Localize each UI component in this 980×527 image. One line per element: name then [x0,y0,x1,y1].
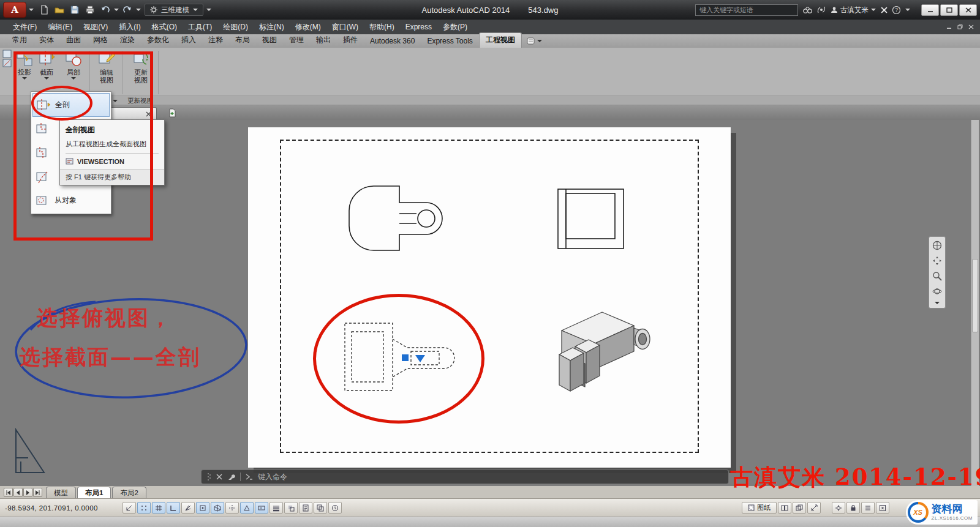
command-prompt-text[interactable]: 键入命令 [258,472,287,482]
undo-caret-icon[interactable] [114,9,119,11]
selection-cycling-toggle[interactable] [314,502,327,514]
new-file-button[interactable] [37,3,51,17]
previous-layout-button[interactable] [13,488,23,497]
menu-item-from-object[interactable]: 从对象 [32,189,110,212]
ribbon-tab-annotate[interactable]: 注释 [202,33,229,48]
menu-item-full-section[interactable]: 全剖 [32,93,110,117]
ribbon-tab-autodesk360[interactable]: Autodesk 360 [364,35,421,48]
panel-label-update-view[interactable]: 更新视图 [123,97,158,105]
projection-caret-icon[interactable] [22,77,27,80]
quick-view-layouts-button[interactable] [778,502,791,514]
polar-tracking-toggle[interactable] [181,502,195,514]
first-layout-button[interactable] [4,488,13,497]
file-tab-close-icon[interactable] [146,111,151,117]
menu-edit[interactable]: 编辑(E) [42,20,78,34]
exchange-apps-icon[interactable] [881,7,888,13]
plot-button[interactable] [83,3,97,17]
app-menu-caret-icon[interactable] [29,9,34,11]
tab-layout1[interactable]: 布局1 [77,487,111,498]
menu-insert[interactable]: 插入(I) [113,20,146,34]
ribbon-tab-solid[interactable]: 实体 [33,33,60,48]
side-view-drawing[interactable] [557,189,625,250]
doc-restore-icon[interactable] [957,24,963,29]
quick-view-drawings-button[interactable] [793,502,806,514]
menu-help[interactable]: 帮助(H) [364,20,400,34]
menu-express[interactable]: Express [400,21,437,33]
grid-toggle[interactable] [152,502,165,514]
ribbon-tab-render[interactable]: 渲染 [114,33,141,48]
open-file-button[interactable] [53,3,66,17]
next-layout-button[interactable] [23,488,32,497]
help-caret-icon[interactable] [905,9,910,11]
dynamic-ucs-toggle[interactable] [240,502,254,514]
new-drawing-button[interactable] [168,108,177,120]
menu-modify[interactable]: 修改(M) [290,20,326,34]
a360-sign-in-icon[interactable] [817,6,826,14]
lineweight-toggle[interactable] [270,502,283,514]
command-grip-icon[interactable] [207,473,211,481]
infer-constraints-toggle[interactable] [123,502,136,514]
dynamic-input-toggle[interactable] [255,502,268,514]
qat-customize-caret-icon[interactable] [206,9,211,11]
front-view-drawing[interactable] [348,185,453,251]
update-view-button[interactable]: 更新视图 [126,50,156,84]
workspace-switch-button[interactable] [832,502,845,514]
ribbon-tab-layout[interactable]: 布局 [229,33,256,48]
layout-paper[interactable] [248,127,731,468]
osnap-3d-toggle[interactable] [211,502,224,514]
navigation-wheel-icon[interactable] [932,241,942,250]
detail-caret-icon[interactable] [71,77,76,80]
ribbon-display-toggle[interactable] [527,37,542,48]
ortho-toggle[interactable] [167,502,180,514]
menu-parametric[interactable]: 参数(P) [437,20,473,34]
doc-close-icon[interactable] [968,24,974,29]
workspace-selector[interactable]: 三维建模 [145,4,203,16]
annotation-monitor-toggle[interactable] [328,502,342,514]
menu-dimension[interactable]: 标注(N) [254,20,290,34]
ribbon-tab-view[interactable]: 视图 [256,33,283,48]
ribbon-tab-express-tools[interactable]: Express Tools [421,35,478,48]
last-layout-button[interactable] [33,488,42,497]
zoom-icon[interactable] [932,271,942,281]
orbit-icon[interactable] [932,286,942,296]
navbar-caret-icon[interactable] [935,302,940,304]
redo-caret-icon[interactable] [136,9,141,11]
command-wrench-icon[interactable] [227,473,235,481]
navigation-bar[interactable] [929,236,946,308]
model-paper-toggle[interactable]: 图纸 [742,502,777,514]
edit-view-button[interactable]: 编辑视图 [93,50,120,84]
ribbon-tab-drawing-views[interactable]: 工程视图 [479,32,522,48]
clean-screen-button[interactable] [876,502,889,514]
close-button[interactable] [959,4,977,16]
menu-view[interactable]: 视图(V) [78,20,113,34]
annotation-scale-button[interactable] [807,502,821,514]
toolbar-lock-button[interactable] [846,502,860,514]
menu-format[interactable]: 格式(O) [146,20,183,34]
maximize-button[interactable] [940,4,958,16]
command-line-bar[interactable]: 键入命令 [201,469,729,484]
doc-minimize-icon[interactable] [946,24,952,29]
menu-file[interactable]: 文件(F) [7,20,42,34]
ribbon-tab-insert[interactable]: 插入 [175,33,202,48]
search-binoculars-icon[interactable] [803,6,812,14]
section-view-button[interactable]: 截面 [34,50,59,80]
command-close-icon[interactable] [216,474,222,480]
osnap-toggle[interactable] [196,502,209,514]
ribbon-tab-manage[interactable]: 管理 [283,33,310,48]
user-account[interactable]: 古滇艾米 [831,6,876,15]
section-caret-icon[interactable] [44,77,49,80]
menu-draw[interactable]: 绘图(D) [217,20,254,34]
status-menu-button[interactable] [861,502,875,514]
scrollbar-thumb[interactable] [972,259,978,332]
ribbon-tab-output[interactable]: 输出 [310,33,337,48]
app-menu-button[interactable]: A [3,2,26,18]
menu-tools[interactable]: 工具(T) [183,20,217,34]
help-icon[interactable]: ? [892,6,900,14]
menu-window[interactable]: 窗口(W) [326,20,364,34]
minimize-button[interactable] [921,4,939,16]
tab-layout2[interactable]: 布局2 [112,487,146,498]
quick-properties-toggle[interactable] [299,502,312,514]
ribbon-tab-parametric[interactable]: 参数化 [141,33,175,48]
object-track-toggle[interactable] [225,502,239,514]
search-input[interactable] [695,4,798,16]
